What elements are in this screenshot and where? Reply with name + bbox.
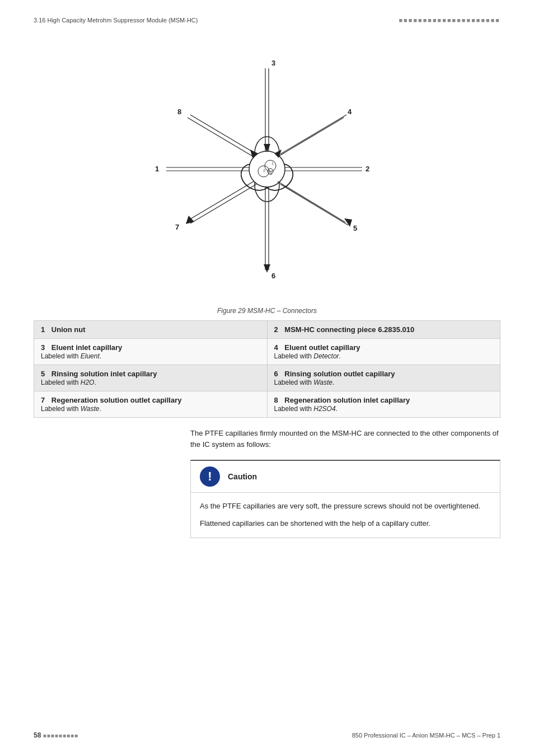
cell-number: 2 (274, 325, 278, 334)
svg-line-40 (280, 184, 348, 225)
table-row: 1 Union nut 2 MSM-HC connecting piece 6.… (34, 321, 500, 339)
svg-text:1: 1 (271, 161, 274, 165)
header-section-title: 3.16 High Capacity Metrohm Suppressor Mo… (34, 17, 198, 24)
table-cell: 8 Regeneration solution inlet capillary … (267, 391, 500, 418)
svg-point-6 (249, 151, 285, 187)
svg-line-35 (188, 181, 254, 221)
cell-number: 8 (274, 396, 278, 404)
table-cell: 1 Union nut (34, 321, 268, 339)
table-cell: 4 Eluent outlet capillary Labeled with D… (267, 339, 500, 365)
svg-text:7: 7 (175, 223, 179, 231)
footer-page-number: 58 ■■■■■■■■■ (34, 731, 78, 739)
caution-icon: ! (200, 466, 220, 487)
page-header: 3.16 High Capacity Metrohm Suppressor Mo… (34, 17, 500, 24)
page-container: 3.16 High Capacity Metrohm Suppressor Mo… (0, 0, 534, 756)
svg-line-39 (278, 181, 345, 222)
cell-number: 5 (41, 370, 45, 378)
figure-caption: Figure 29 MSM-HC – Connectors (217, 307, 317, 315)
svg-line-36 (190, 184, 256, 223)
table-cell: 6 Rinsing solution outlet capillary Labe… (267, 365, 500, 391)
svg-line-28 (190, 115, 256, 154)
svg-line-31 (278, 118, 344, 157)
page-footer: 58 ■■■■■■■■■ 850 Professional IC – Anion… (34, 731, 500, 739)
footer-document-title: 850 Professional IC – Anion MSM-HC – MCS… (352, 732, 500, 739)
exclamation-icon: ! (208, 470, 212, 483)
connector-table: 1 Union nut 2 MSM-HC connecting piece 6.… (34, 320, 500, 418)
svg-text:3: 3 (270, 171, 272, 175)
cell-number: 1 (41, 325, 45, 334)
svg-marker-37 (186, 216, 194, 224)
figure-svg: 1 2 3 3 6 (121, 35, 413, 304)
cell-title: Eluent outlet capillary (284, 343, 360, 352)
caution-header: ! Caution (191, 461, 500, 493)
table-cell: 7 Regeneration solution outlet capillary… (34, 391, 268, 418)
table-row: 5 Rinsing solution inlet capillary Label… (34, 365, 500, 391)
cell-number: 6 (274, 370, 278, 378)
cell-title: Regeneration solution inlet capillary (284, 396, 410, 404)
svg-line-32 (280, 115, 346, 154)
svg-text:8: 8 (177, 108, 181, 116)
svg-line-27 (188, 118, 254, 157)
caution-box: ! Caution As the PTFE capillaries are ve… (190, 460, 500, 538)
table-row: 7 Regeneration solution outlet capillary… (34, 391, 500, 418)
cell-label: Labeled with H2O. (41, 379, 96, 386)
caution-line2: Flattened capillaries can be shortened w… (200, 518, 491, 530)
cell-title: Rinsing solution inlet capillary (51, 370, 157, 378)
cell-label: Labeled with Waste. (274, 379, 335, 386)
cell-title: Rinsing solution outlet capillary (284, 370, 395, 378)
svg-text:2: 2 (366, 165, 369, 173)
cell-number: 4 (274, 343, 278, 352)
cell-label: Labeled with Eluent. (41, 352, 101, 360)
svg-text:3: 3 (271, 59, 275, 67)
cell-number: 3 (41, 343, 45, 352)
svg-text:2: 2 (263, 169, 265, 172)
cell-title: Union nut (51, 325, 86, 334)
caution-body: As the PTFE capillaries are very soft, t… (191, 493, 500, 538)
svg-text:1: 1 (155, 165, 159, 173)
header-dots: ■■■■■■■■■■■■■■■■■■■■■ (399, 17, 500, 24)
svg-text:4: 4 (348, 108, 352, 116)
body-text: The PTFE capillaries firmly mounted on t… (34, 428, 500, 450)
cell-title: Regeneration solution outlet capillary (51, 396, 182, 404)
figure-container: 1 2 3 3 6 (34, 35, 500, 315)
table-cell: 3 Eluent inlet capillary Labeled with El… (34, 339, 268, 365)
svg-marker-19 (264, 264, 270, 273)
svg-text:5: 5 (353, 224, 357, 232)
caution-title: Caution (228, 472, 257, 481)
cell-label: Labeled with Detector. (274, 352, 341, 360)
cell-title: MSM-HC connecting piece 6.2835.010 (284, 325, 414, 334)
svg-text:6: 6 (271, 272, 275, 280)
table-cell: 5 Rinsing solution inlet capillary Label… (34, 365, 268, 391)
table-cell: 2 MSM-HC connecting piece 6.2835.010 (267, 321, 500, 339)
table-row: 3 Eluent inlet capillary Labeled with El… (34, 339, 500, 365)
svg-marker-41 (344, 218, 352, 227)
cell-label: Labeled with H2SO4. (274, 405, 338, 413)
caution-line1: As the PTFE capillaries are very soft, t… (200, 501, 491, 512)
cell-number: 7 (41, 396, 45, 404)
cell-title: Eluent inlet capillary (51, 343, 122, 352)
cell-label: Labeled with Waste. (41, 405, 101, 413)
footer-dots: ■■■■■■■■■ (43, 732, 78, 739)
